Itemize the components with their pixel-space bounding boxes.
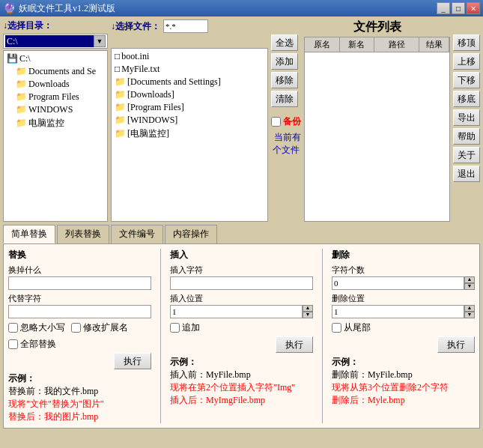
tree-item-documents[interactable]: 📁 Documents and Se bbox=[5, 65, 106, 78]
folder-icon: 📁 bbox=[16, 104, 27, 115]
replace-exec-button[interactable]: 执行 bbox=[114, 353, 151, 369]
append-label: 追加 bbox=[182, 321, 200, 334]
delete-example-action: 现将从第3个位置删除2个字符 bbox=[332, 382, 449, 393]
char-count-label: 字符个数 bbox=[332, 264, 475, 276]
tree-item-jianko[interactable]: 📁 电脑监控 bbox=[5, 116, 106, 130]
delete-section: 删除 字符个数 ▲ ▼ 删除位置 ▲ ▼ bbox=[332, 249, 475, 423]
remove-button[interactable]: 移除 bbox=[271, 72, 298, 88]
insert-pos-label: 插入位置 bbox=[170, 293, 313, 304]
dir-combo[interactable]: C:\ ▼ bbox=[3, 34, 108, 49]
replace-all-label: 全部替换 bbox=[20, 338, 56, 351]
delete-pos-down[interactable]: ▼ bbox=[464, 312, 475, 318]
folder-item[interactable]: 📁 [WINDOWS] bbox=[113, 114, 266, 127]
drive-icon: 💾 bbox=[7, 53, 18, 64]
char-count-up[interactable]: ▲ bbox=[464, 276, 475, 283]
dir-panel-label: ↓选择目录： bbox=[3, 19, 108, 32]
from-end-checkbox[interactable] bbox=[332, 323, 341, 333]
replace-all-row: 全部替换 bbox=[8, 338, 151, 351]
char-count-down[interactable]: ▼ bbox=[464, 283, 475, 290]
folder-icon: 📁 bbox=[16, 66, 27, 77]
add-button[interactable]: 添加 bbox=[271, 53, 298, 70]
move-top-button[interactable]: 移顶 bbox=[453, 34, 480, 51]
insert-exec-button[interactable]: 执行 bbox=[276, 336, 313, 353]
col-result: 结果 bbox=[419, 37, 449, 52]
replace-example-before: 替换前：我的文件.bmp bbox=[8, 386, 98, 396]
backup-checkbox-row: 备份 bbox=[271, 115, 301, 128]
folder-item[interactable]: 📁 [电脑监控] bbox=[113, 127, 266, 141]
close-button[interactable]: ✕ bbox=[467, 2, 480, 14]
title-text: 妖眠文件工具v1.2测试版 bbox=[19, 2, 115, 15]
from-end-row: 从尾部 bbox=[332, 321, 475, 334]
file-item[interactable]: □ boot.ini bbox=[113, 50, 266, 63]
file-list[interactable]: □ boot.ini □ MyFile.txt 📁 [Documents and… bbox=[111, 48, 268, 222]
col-new: 新名 bbox=[340, 37, 375, 52]
file-filter-input[interactable] bbox=[163, 19, 208, 33]
delete-pos-input[interactable] bbox=[332, 305, 464, 318]
insert-pos-down[interactable]: ▼ bbox=[303, 312, 313, 318]
tree-item-programfiles[interactable]: 📁 Program Files bbox=[5, 91, 106, 103]
file-panel-label: ↓选择文件： bbox=[111, 20, 160, 33]
file-count-text: 个文件 bbox=[271, 144, 301, 157]
char-count-input[interactable] bbox=[332, 276, 464, 290]
replace-what-input[interactable] bbox=[8, 276, 151, 290]
append-checkbox[interactable] bbox=[170, 323, 180, 333]
tab-bar: 简单替换 列表替换 文件编号 内容操作 bbox=[3, 225, 480, 243]
tree-item-downloads[interactable]: 📁 Downloads bbox=[5, 78, 106, 91]
col-path: 路径 bbox=[374, 37, 419, 52]
delete-example-before: 删除前：MyFile.bmp bbox=[332, 369, 413, 380]
table-header: 原名 新名 路径 结果 bbox=[305, 37, 449, 52]
delete-exec-button[interactable]: 执行 bbox=[437, 336, 475, 353]
folder-item[interactable]: 📁 [Documents and Settings] bbox=[113, 76, 266, 88]
file-icon: □ bbox=[115, 51, 120, 62]
bottom-section: 简单替换 列表替换 文件编号 内容操作 替换 换掉什么 代替字符 bbox=[3, 225, 480, 429]
move-bottom-button[interactable]: 移底 bbox=[453, 91, 480, 107]
insert-pos-up[interactable]: ▲ bbox=[303, 305, 313, 312]
ignore-case-label: 忽略大小写 bbox=[20, 321, 65, 334]
dir-combo-dropdown[interactable]: ▼ bbox=[94, 35, 106, 47]
about-button[interactable]: 关于 bbox=[453, 147, 480, 163]
delete-example: 示例： 删除前：MyFile.bmp 现将从第3个位置删除2个字符 删除后：My… bbox=[332, 356, 475, 407]
move-up-button[interactable]: 上移 bbox=[453, 53, 480, 70]
replace-section: 替换 换掉什么 代替字符 忽略大小写 修改扩展名 bbox=[8, 249, 151, 423]
tab-content-area: 替换 换掉什么 代替字符 忽略大小写 修改扩展名 bbox=[3, 243, 480, 429]
tab-list-replace[interactable]: 列表替换 bbox=[57, 225, 109, 243]
directory-tree[interactable]: 💾 C:\ 📁 Documents and Se 📁 Downloads 📁 P… bbox=[3, 50, 108, 222]
delete-pos-wrap: ▲ ▼ bbox=[332, 305, 475, 318]
maximize-button[interactable]: □ bbox=[452, 2, 465, 14]
char-count-spinner: ▲ ▼ bbox=[464, 276, 475, 290]
folder-icon: 📁 bbox=[115, 115, 126, 126]
tab-file-number[interactable]: 文件编号 bbox=[111, 225, 163, 243]
main-container: ↓选择目录： C:\ ▼ 💾 C:\ 📁 Documents and Se 📁 bbox=[0, 16, 483, 448]
delete-pos-up[interactable]: ▲ bbox=[464, 305, 475, 312]
replace-with-input[interactable] bbox=[8, 305, 151, 318]
from-end-label: 从尾部 bbox=[344, 321, 371, 334]
tab-content-op[interactable]: 内容操作 bbox=[165, 225, 217, 243]
modify-ext-row: 修改扩展名 bbox=[71, 321, 128, 334]
folder-item[interactable]: 📁 [Downloads] bbox=[113, 88, 266, 101]
tree-item-windows[interactable]: 📁 WINDOWS bbox=[5, 103, 106, 116]
folder-icon: 📁 bbox=[16, 118, 27, 129]
select-all-button[interactable]: 全选 bbox=[271, 34, 298, 51]
minimize-button[interactable]: _ bbox=[437, 2, 450, 14]
tab-simple-replace[interactable]: 简单替换 bbox=[3, 225, 55, 243]
insert-example: 示例： 插入前：MyFile.bmp 现将在第2个位置插入字符"Img" 插入后… bbox=[170, 356, 313, 407]
backup-checkbox[interactable] bbox=[271, 117, 281, 127]
folder-item[interactable]: 📁 [Program Files] bbox=[113, 101, 266, 114]
help-button[interactable]: 帮助 bbox=[453, 128, 480, 145]
append-row: 追加 bbox=[170, 321, 313, 334]
side-buttons: 移顶 上移 下移 移底 导出 帮助 关于 退出 bbox=[453, 19, 480, 222]
clear-button[interactable]: 清除 bbox=[271, 91, 298, 107]
section-divider-1 bbox=[160, 249, 161, 423]
insert-pos-input[interactable] bbox=[170, 305, 303, 318]
folder-icon: 📁 bbox=[16, 79, 27, 90]
directory-panel: ↓选择目录： C:\ ▼ 💾 C:\ 📁 Documents and Se 📁 bbox=[3, 19, 108, 222]
insert-char-input[interactable] bbox=[170, 276, 313, 290]
modify-ext-checkbox[interactable] bbox=[71, 323, 81, 333]
file-item[interactable]: □ MyFile.txt bbox=[113, 63, 266, 76]
ignore-case-checkbox[interactable] bbox=[8, 323, 18, 333]
move-down-button[interactable]: 下移 bbox=[453, 72, 480, 88]
export-button[interactable]: 导出 bbox=[453, 109, 480, 126]
exit-button[interactable]: 退出 bbox=[453, 166, 480, 182]
tree-item-drive[interactable]: 💾 C:\ bbox=[5, 52, 106, 65]
replace-all-checkbox[interactable] bbox=[8, 339, 18, 349]
